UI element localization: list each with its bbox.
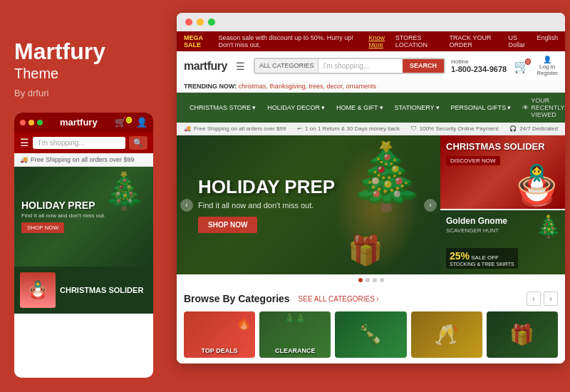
- category-card-3[interactable]: 🍾: [335, 311, 406, 358]
- browse-next-button[interactable]: ›: [544, 292, 558, 306]
- currency-selector[interactable]: US Dollar: [509, 34, 530, 48]
- sale-badge: 25% SALE OFF STOCKING & TREE SKIRTS: [446, 248, 518, 269]
- nav-right-area: Hotline 1-800-234-9678 🛒0 👤 Log In Regis…: [451, 56, 558, 76]
- promo-description: Season sale with discount up to 50%. Hur…: [219, 34, 366, 48]
- category-cards-list: 🔥 TOP DEALS 🎄🎄 CLEARANCE 🍾 🥂 🎁: [184, 311, 558, 358]
- scavenger-hunt-text: SCAVENGER HUNT: [446, 227, 507, 234]
- nav-holiday-decor[interactable]: HOLIDAY DECOR ▾: [261, 93, 331, 123]
- mobile-dot-green: [37, 120, 43, 125]
- hotline-area: Hotline 1-800-234-9678: [451, 58, 507, 73]
- shield-icon: 🛡: [411, 125, 417, 132]
- mobile-hamburger-icon[interactable]: ☰: [20, 137, 29, 148]
- nav-stationery[interactable]: STATIONERY ▾: [389, 93, 445, 123]
- mobile-cart-icon[interactable]: 🛒0: [115, 117, 132, 128]
- recently-viewed-link[interactable]: 👁 YOUR RECENTLY VIEWED: [517, 93, 565, 123]
- golden-gnome-banner[interactable]: Golden Gnome SCAVENGER HUNT 🎄 25% SALE O…: [440, 210, 565, 274]
- promo-text-area: MEGA SALE Season sale with discount up t…: [184, 34, 395, 48]
- hamburger-menu-icon[interactable]: ☰: [236, 61, 245, 72]
- mobile-user-icon[interactable]: 👤: [136, 117, 147, 128]
- browser-window: MEGA SALE Season sale with discount up t…: [177, 13, 565, 363]
- cart-icon[interactable]: 🛒0: [514, 58, 529, 74]
- golden-gnome-content: Golden Gnome SCAVENGER HUNT: [446, 216, 507, 234]
- chevron-right-icon: ›: [376, 295, 378, 303]
- nav-personal-gifts[interactable]: PERSONAL GIFTS ▾: [445, 93, 517, 123]
- shipping-benefit: 🚚 Free Shipping on all orders over $99: [184, 125, 286, 132]
- shipping-text: Free Shipping on all orders over $99: [194, 125, 286, 132]
- main-hero-banner: ‹ 🎄 🎁 HOLIDAY PREP Find it all now and d…: [177, 135, 440, 274]
- hero-gifts-decoration: 🎁: [348, 234, 383, 267]
- mobile-dot-red: [20, 120, 26, 125]
- category-card-5[interactable]: 🎁: [487, 311, 558, 358]
- truck-icon: 🚚: [184, 125, 191, 132]
- hero-tree-decoration: 🎄: [346, 139, 426, 214]
- mobile-hero-content: HOLIDAY PREP Find it all now and don't m…: [21, 200, 105, 234]
- discover-now-button[interactable]: DISCOVER NOW: [446, 156, 500, 165]
- hero-text-content: HOLIDAY PREP Find it all now and don't m…: [177, 163, 349, 248]
- mobile-dot-yellow: [28, 120, 34, 125]
- clearance-label: CLEARANCE: [259, 347, 331, 354]
- sale-category-text: STOCKING & TREE SKIRTS: [450, 262, 514, 267]
- trending-tags: christmas, thanksgiving, trees, decor, o…: [239, 83, 376, 90]
- mobile-card-image: 🪆: [20, 272, 56, 308]
- shop-now-button[interactable]: SHOP NOW: [198, 217, 257, 233]
- mobile-bottom-card: 🪆 CHRISTMAS SOLIDER: [14, 267, 153, 314]
- mobile-shop-now-button[interactable]: SHOP NOW: [21, 222, 64, 233]
- mobile-hero-banner: HOLIDAY PREP Find it all now and don't m…: [14, 167, 153, 267]
- nav-home-gift[interactable]: HOME & GIFT ▾: [331, 93, 389, 123]
- hero-dot-2[interactable]: [366, 278, 370, 282]
- golden-gnome-title: Golden Gnome: [446, 216, 507, 226]
- mobile-search-input[interactable]: I'm shopping...: [33, 137, 125, 149]
- category-dropdown[interactable]: ALL CATEGORIES: [255, 59, 319, 73]
- store-logo[interactable]: martfury: [184, 60, 227, 73]
- category-navigation: CHRISTMAS STORE ▾ HOLIDAY DECOR ▾ HOME &…: [177, 93, 565, 123]
- mobile-search-button[interactable]: 🔍: [129, 136, 147, 150]
- support-benefit: 🎧 24/7 Dedicated: [509, 125, 558, 132]
- mobile-hero-subtitle: Find it all now and don't miss out.: [21, 212, 105, 219]
- browse-categories-section: Browse By Categories SEE ALL CATEGORIES …: [177, 286, 565, 363]
- track-order-link[interactable]: TRACK YOUR ORDER: [450, 34, 502, 48]
- header-right-links: STORES LOCATION TRACK YOUR ORDER US Doll…: [395, 34, 558, 48]
- category-card-top-deals[interactable]: 🔥 TOP DEALS: [184, 311, 255, 358]
- mobile-shipping-banner: 🚚 Free Shipping on all orders over $99: [14, 153, 153, 167]
- register-link[interactable]: Register: [537, 70, 558, 76]
- browser-dot-green: [208, 19, 215, 26]
- stores-location-link[interactable]: STORES LOCATION: [395, 34, 442, 48]
- hero-dot-3[interactable]: [373, 278, 377, 282]
- search-button[interactable]: SEARCH: [403, 59, 444, 73]
- mobile-shipping-icon: 🚚: [20, 156, 28, 163]
- account-area[interactable]: 👤 Log In Register: [537, 56, 558, 76]
- mobile-top-bar: martfury 🛒0 👤: [14, 113, 153, 132]
- browser-dot-yellow: [197, 19, 204, 26]
- hero-next-button[interactable]: ›: [424, 199, 437, 212]
- browse-prev-button[interactable]: ‹: [527, 292, 541, 306]
- hero-dot-1[interactable]: [358, 278, 363, 282]
- category-card-4[interactable]: 🥂: [411, 311, 482, 358]
- mobile-logo: martfury: [60, 117, 98, 128]
- hotline-label: Hotline: [451, 58, 507, 65]
- hero-title: HOLIDAY PREP: [198, 177, 335, 197]
- trending-label: TRENDING NOW:: [184, 83, 237, 90]
- mobile-search-bar: ☰ I'm shopping... 🔍: [14, 133, 153, 153]
- mobile-browser-dots: [20, 120, 43, 125]
- theme-author: By drfuri: [14, 88, 157, 98]
- trending-tag-item[interactable]: christmas, thanksgiving, trees, decor, o…: [239, 83, 376, 90]
- sale-percentage: 25%: [450, 250, 470, 262]
- nav-christmas-store[interactable]: CHRISTMAS STORE ▾: [184, 93, 261, 123]
- language-selector[interactable]: English: [537, 34, 558, 48]
- hero-dot-4[interactable]: [380, 278, 384, 282]
- know-more-link[interactable]: Know More: [368, 34, 395, 48]
- hero-prev-button[interactable]: ‹: [180, 199, 193, 212]
- hero-subtitle: Find it all now and don't miss out.: [198, 201, 335, 210]
- security-benefit: 🛡 100% Security Online Payment: [411, 125, 499, 132]
- nutcracker-icon: 🪆: [512, 163, 561, 209]
- return-icon: ↩: [297, 125, 302, 132]
- search-input[interactable]: I'm shopping...: [318, 59, 402, 73]
- mobile-hero-title: HOLIDAY PREP: [21, 200, 105, 212]
- category-card-clearance[interactable]: 🎄🎄 CLEARANCE: [259, 311, 331, 358]
- login-link[interactable]: Log In: [537, 63, 558, 70]
- christmas-solider-title: CHRISTMAS SOLIDER: [446, 141, 545, 153]
- security-text: 100% Security Online Payment: [420, 125, 499, 132]
- christmas-solider-banner[interactable]: CHRISTMAS SOLIDER DISCOVER NOW 🪆: [440, 135, 565, 209]
- mega-sale-label: MEGA SALE: [184, 34, 215, 48]
- see-all-categories-link[interactable]: SEE ALL CATEGORIES ›: [299, 295, 379, 303]
